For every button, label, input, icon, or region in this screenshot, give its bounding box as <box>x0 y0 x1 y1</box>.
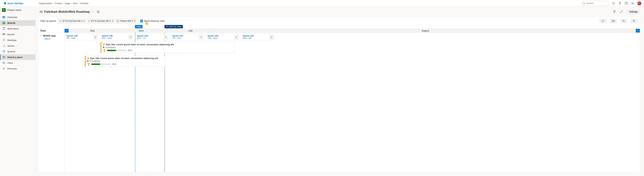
hierarchy-checkbox[interactable] <box>140 20 143 22</box>
sidebar-item-work-items[interactable]: Work items <box>0 26 36 32</box>
sprint-dates: 5/23 - 6/10 <box>102 37 127 40</box>
sprint-title[interactable]: Sprint 151 <box>172 34 198 37</box>
add-item-button[interactable]: + <box>269 34 274 40</box>
sprint-cell[interactable]: Sprint 1495/23 - 6/10 + <box>100 34 134 41</box>
filter-chip[interactable]: 🏆 Feature title 3 ✕ <box>116 19 137 23</box>
svg-rect-17 <box>3 34 3 35</box>
user-settings-icon[interactable] <box>631 2 634 5</box>
sprint-title[interactable]: Sprint 152 <box>208 34 232 37</box>
marketplace-icon[interactable] <box>618 2 622 5</box>
team-backlog-link[interactable]: Epics <box>44 38 63 40</box>
epic-card[interactable]: ♛Epic title: Lorem ipsum dolor sit amet,… <box>100 42 235 53</box>
scroll-right-button[interactable] <box>636 29 640 32</box>
svg-marker-34 <box>613 11 616 13</box>
search-input[interactable] <box>586 2 608 4</box>
kanban-icon <box>2 33 5 36</box>
feature-icon: 🏆 <box>87 63 90 66</box>
queries-icon <box>2 50 5 53</box>
sidebar-item-boards[interactable]: Boards <box>0 20 36 26</box>
zoom-out-button[interactable] <box>620 18 628 23</box>
progress-percent: 65% <box>128 49 132 52</box>
sprint-dates: 8/15 - 9/2 <box>243 37 268 40</box>
sprint-title[interactable]: Sprint 150 <box>137 34 162 37</box>
search-input-container[interactable] <box>582 1 609 6</box>
sprint-cell[interactable]: Sprint 1538/15 - 9/2 + <box>241 34 276 41</box>
sidebar: C Project name Overview Boards Work item… <box>0 7 36 176</box>
sidebar-item-label: Work items <box>8 28 18 30</box>
field-criteria-button[interactable] <box>610 18 617 23</box>
svg-point-8 <box>632 2 633 3</box>
sprint-title[interactable]: Sprint 149 <box>102 34 127 37</box>
breadcrumb: Organization/ Project/ Page/ Item/ Numbe… <box>39 2 88 5</box>
sprint-dates: 5/2 - 5/20 <box>66 37 92 40</box>
card-status: In progress <box>90 60 100 62</box>
sprint-cell[interactable]: Sprint 1506/13 - 7/1 + <box>136 34 170 41</box>
title-dropdown[interactable] <box>92 10 94 13</box>
sprint-cell[interactable]: Sprint 1485/2 - 5/20 + <box>65 34 99 41</box>
sprint-dates: 6/13 - 7/1 <box>137 37 162 40</box>
settings-button[interactable]: Settings <box>627 9 640 14</box>
sprint-title[interactable]: Sprint 148 <box>66 34 92 37</box>
svg-rect-5 <box>619 3 620 4</box>
add-item-button[interactable]: + <box>199 34 204 40</box>
today-marker: today <box>135 25 142 28</box>
sidebar-item-plans[interactable]: Plans <box>0 60 36 66</box>
sidebar-item-label: Queries <box>8 50 15 53</box>
sidebar-item-delivery-plans[interactable]: Delivery plans <box>0 54 36 60</box>
add-item-button[interactable]: + <box>164 34 168 40</box>
crumb-number[interactable]: Number <box>80 2 88 5</box>
crumb-organization[interactable]: Organization <box>39 2 52 5</box>
milestone-marker: FY 2023 Q1 Start <box>164 25 183 28</box>
card-title: Epic title: Lorem ipsum dolor sit amet, … <box>90 57 158 60</box>
delivery-plans-icon <box>2 56 5 59</box>
sidebar-item-label: Boards <box>8 22 16 24</box>
filter-chip[interactable]: ♛ [FY22 Q1] Epic title 2 ✕ <box>87 19 114 23</box>
feature-icon: 🏆 <box>116 20 119 22</box>
zoom-in-button[interactable] <box>630 18 638 23</box>
sidebar-item-sprints[interactable]: Sprints <box>0 43 36 48</box>
crumb-page[interactable]: Page <box>65 2 70 5</box>
filter-chip-input[interactable]: ♛ [FY22 Q1] Epic title 1 ✕ ♛ [FY22 Q1] E… <box>58 18 138 24</box>
svg-rect-18 <box>4 34 4 35</box>
avatar[interactable] <box>637 1 641 5</box>
svg-point-29 <box>3 68 4 68</box>
sidebar-item-backlogs[interactable]: Backlogs <box>0 37 36 43</box>
team-expand-row[interactable]: Mobile App <box>40 34 63 37</box>
chip-remove[interactable]: ✕ <box>134 20 136 22</box>
chip-remove[interactable]: ✕ <box>112 20 114 22</box>
epic-icon: ♛ <box>103 43 105 46</box>
svg-line-35 <box>622 11 622 12</box>
sprint-title[interactable]: Sprint 153 <box>243 34 268 37</box>
help-icon[interactable] <box>624 2 628 5</box>
personas-icon <box>2 67 5 70</box>
epic-card[interactable]: ♛Epic title: Lorem ipsum dolor sit amet,… <box>85 56 165 67</box>
feature-icon: 🏆 <box>103 49 106 52</box>
sidebar-item-personas[interactable]: Personas <box>0 66 36 72</box>
filter-icon[interactable] <box>612 9 617 14</box>
svg-point-7 <box>626 4 626 4</box>
month-header: July <box>166 29 215 32</box>
fullscreen-icon[interactable] <box>619 9 624 14</box>
sprint-cell[interactable]: Sprint 1517/4 - 7/22 + <box>171 34 205 41</box>
crumb-project[interactable]: Project <box>55 2 62 5</box>
sidebar-item-queries[interactable]: Queries <box>0 48 36 54</box>
search-icon <box>583 2 586 4</box>
add-item-button[interactable]: + <box>234 34 239 40</box>
dependencies-button[interactable] <box>599 18 606 23</box>
crumb-item[interactable]: Item <box>73 2 78 5</box>
project-header[interactable]: C Project name <box>0 7 36 14</box>
svg-rect-27 <box>3 62 5 64</box>
sprint-cell[interactable]: Sprint 1527/25 - 8/12 + <box>206 34 240 41</box>
brand-link[interactable]: Azure DevOps <box>1 2 26 5</box>
hierarchy-toggle[interactable]: Show hiearchy view 👆 <box>140 20 165 22</box>
favorite-button[interactable] <box>96 10 100 13</box>
list-icon[interactable] <box>612 2 615 5</box>
chip-remove[interactable]: ✕ <box>83 20 85 22</box>
plan-icon <box>40 10 42 13</box>
sidebar-item-overview[interactable]: Overview <box>0 14 36 20</box>
scroll-left-button[interactable] <box>64 29 68 32</box>
sidebar-item-boards-sub[interactable]: Boards <box>0 32 36 37</box>
add-item-button[interactable]: + <box>128 34 133 40</box>
filter-chip[interactable]: ♛ [FY22 Q1] Epic title 1 ✕ <box>58 19 86 23</box>
add-item-button[interactable]: + <box>93 34 98 40</box>
